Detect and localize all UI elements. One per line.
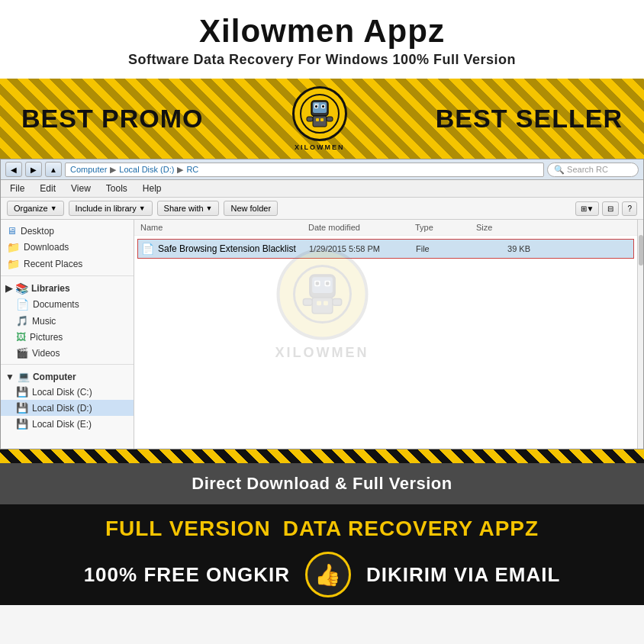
address-bar: ◀ ▶ ▲ Computer ▶ Local Disk (D:) ▶ RC 🔍 … <box>1 159 643 180</box>
library-arrow: ▼ <box>139 204 146 212</box>
favorites-section: 🖥 Desktop 📁 Downloads 📁 Recent Places <box>1 223 134 272</box>
full-version-text: FULL VERSION <box>105 517 271 541</box>
diskc-icon: 💾 <box>16 386 28 398</box>
search-box[interactable]: 🔍 Search RC <box>547 163 639 177</box>
include-library-label: Include in library <box>76 204 137 213</box>
path-locald: Local Disk (D:) <box>119 165 174 174</box>
sidebar-divider-2 <box>1 364 134 365</box>
content-area: Name Date modified Type Size 📄 Safe Brow… <box>134 220 637 449</box>
sidebar-desktop-label: Desktop <box>21 226 54 237</box>
include-library-button[interactable]: Include in library ▼ <box>69 201 153 216</box>
forward-button[interactable]: ▶ <box>25 162 42 177</box>
computer-section: ▼ 💻 Computer 💾 Local Disk (C:) 💾 Local D… <box>1 368 134 432</box>
view-details-button[interactable]: ⊞▼ <box>575 201 600 216</box>
downloads-icon: 📁 <box>7 241 20 253</box>
libraries-section: ▶ 📚 Libraries 📄 Documents 🎵 Music 🖼 Pict… <box>1 279 134 361</box>
file-name-cell: 📄 Safe Browsing Extension Blacklist <box>141 243 309 255</box>
share-with-button[interactable]: Share with ▼ <box>157 201 220 216</box>
help-button[interactable]: ? <box>622 201 637 216</box>
desktop-icon: 🖥 <box>7 225 17 237</box>
organize-arrow: ▼ <box>50 204 57 212</box>
col-date-header[interactable]: Date modified <box>308 223 415 232</box>
header-section: Xilowmen Appz Software Data Recovery For… <box>0 0 644 79</box>
toolbar: Organize ▼ Include in library ▼ Share wi… <box>1 198 643 220</box>
svg-rect-8 <box>320 118 324 121</box>
computer-icon: 💻 <box>18 371 30 382</box>
path-computer: Computer <box>70 165 107 174</box>
thumb-icon: 👍 <box>305 552 351 597</box>
sidebar-item-videos[interactable]: 🎬 Videos <box>1 345 134 361</box>
promo-bar: BEST PROMO <box>0 79 644 159</box>
menu-tools[interactable]: Tools <box>103 182 130 195</box>
share-with-label: Share with <box>164 204 204 213</box>
col-name-header[interactable]: Name <box>140 223 308 232</box>
app-subtitle: Software Data Recovery For Windows 100% … <box>15 52 629 68</box>
file-list: 📄 Safe Browsing Extension Blacklist 1/29… <box>134 236 637 449</box>
menu-file[interactable]: File <box>7 182 27 195</box>
new-folder-label: New folder <box>230 204 271 213</box>
path-sep1: ▶ <box>110 165 116 175</box>
computer-arrow: ▼ <box>5 372 14 382</box>
column-headers: Name Date modified Type Size <box>134 220 637 236</box>
bottom-section: FULL VERSION DATA RECOVERY APPZ 100% FRE… <box>0 504 644 605</box>
logo-center: XILOWMEN <box>292 86 347 151</box>
sidebar-item-recent[interactable]: 📁 Recent Places <box>1 256 134 272</box>
file-row-blacklist[interactable]: 📄 Safe Browsing Extension Blacklist 1/29… <box>137 239 634 259</box>
dikirim-text: DIKIRIM VIA EMAIL <box>366 563 560 587</box>
back-button[interactable]: ◀ <box>5 162 22 177</box>
app-title: Xilowmen Appz <box>15 14 629 49</box>
share-arrow: ▼ <box>206 204 213 212</box>
sidebar-item-pictures[interactable]: 🖼 Pictures <box>1 329 134 345</box>
svg-rect-6 <box>327 117 333 121</box>
sidebar-videos-label: Videos <box>32 348 60 359</box>
view-options-button[interactable]: ⊟ <box>602 201 619 216</box>
sidebar-recent-label: Recent Places <box>24 259 82 269</box>
file-name-label: Safe Browsing Extension Blacklist <box>158 243 296 254</box>
menu-help[interactable]: Help <box>140 182 165 195</box>
libraries-label: Libraries <box>31 283 70 294</box>
videos-icon: 🎬 <box>16 347 28 359</box>
sidebar-item-music[interactable]: 🎵 Music <box>1 313 134 329</box>
svg-rect-12 <box>322 105 324 108</box>
col-size-header[interactable]: Size <box>476 223 530 232</box>
explorer-body: 🖥 Desktop 📁 Downloads 📁 Recent Places ▶ … <box>1 220 643 449</box>
sidebar-item-downloads[interactable]: 📁 Downloads <box>1 239 134 256</box>
diagonal-stripe <box>0 449 644 463</box>
sidebar-item-diske[interactable]: 💾 Local Disk (E:) <box>1 416 134 432</box>
menu-bar: File Edit View Tools Help <box>1 180 643 198</box>
sidebar-item-documents[interactable]: 📄 Documents <box>1 296 134 313</box>
sidebar-diske-label: Local Disk (E:) <box>32 419 92 430</box>
file-type: File <box>416 244 477 253</box>
svg-rect-7 <box>316 118 319 121</box>
libraries-header[interactable]: ▶ 📚 Libraries <box>1 279 134 296</box>
computer-header[interactable]: ▼ 💻 Computer <box>1 368 134 384</box>
view-buttons: ⊞▼ ⊟ ? <box>575 201 637 216</box>
sidebar-downloads-label: Downloads <box>24 242 69 253</box>
menu-view[interactable]: View <box>68 182 94 195</box>
sidebar-item-diskc[interactable]: 💾 Local Disk (C:) <box>1 384 134 400</box>
download-section: Direct Download & Full Version <box>0 463 644 504</box>
organize-button[interactable]: Organize ▼ <box>7 201 64 216</box>
col-type-header[interactable]: Type <box>415 223 476 232</box>
menu-edit[interactable]: Edit <box>37 182 59 195</box>
sidebar: 🖥 Desktop 📁 Downloads 📁 Recent Places ▶ … <box>1 220 134 449</box>
thumb-emoji: 👍 <box>314 562 341 588</box>
file-size: 39 KB <box>477 244 530 253</box>
sidebar-item-desktop[interactable]: 🖥 Desktop <box>1 223 134 239</box>
logo-svg <box>299 93 340 134</box>
scrollbar[interactable] <box>637 220 643 449</box>
up-button[interactable]: ▲ <box>45 162 62 177</box>
sidebar-diskc-label: Local Disk (C:) <box>32 387 92 398</box>
data-recovery-text: DATA RECOVERY APPZ <box>283 517 539 541</box>
sidebar-item-diskd[interactable]: 💾 Local Disk (D:) <box>1 400 134 416</box>
windows-explorer: XILOWMEN ◀ ▶ ▲ Computer ▶ Local Disk (D:… <box>0 159 644 449</box>
logo-circle <box>292 86 347 141</box>
file-date: 1/29/2015 5:58 PM <box>309 244 416 253</box>
new-folder-button[interactable]: New folder <box>224 201 278 216</box>
logo-text: XILOWMEN <box>295 143 345 151</box>
bottom-row2: 100% FREE ONGKIR 👍 DIKIRIM VIA EMAIL <box>15 552 629 597</box>
diske-icon: 💾 <box>16 418 28 430</box>
address-path[interactable]: Computer ▶ Local Disk (D:) ▶ RC <box>65 163 544 177</box>
computer-label: Computer <box>33 372 76 382</box>
libraries-arrow: ▶ <box>5 283 12 294</box>
